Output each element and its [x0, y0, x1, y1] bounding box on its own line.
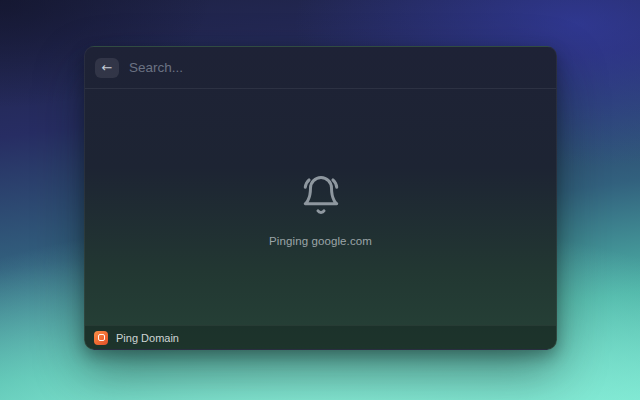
search-header: ←: [85, 47, 556, 89]
status-message: Pinging google.com: [269, 235, 372, 247]
results-area: Pinging google.com: [85, 89, 556, 325]
footer-action-label: Ping Domain: [116, 332, 179, 344]
desktop-background: ← Pinging google.com Ping Domain: [0, 0, 640, 400]
arrow-left-icon: ←: [102, 58, 113, 78]
bell-ring-icon: [300, 173, 342, 221]
search-input[interactable]: [129, 60, 546, 75]
ping-domain-extension-icon: [94, 331, 108, 345]
launcher-window: ← Pinging google.com Ping Domain: [84, 46, 557, 350]
footer-bar: Ping Domain: [85, 325, 556, 349]
back-button[interactable]: ←: [95, 58, 119, 78]
extension-glyph: [98, 334, 105, 341]
